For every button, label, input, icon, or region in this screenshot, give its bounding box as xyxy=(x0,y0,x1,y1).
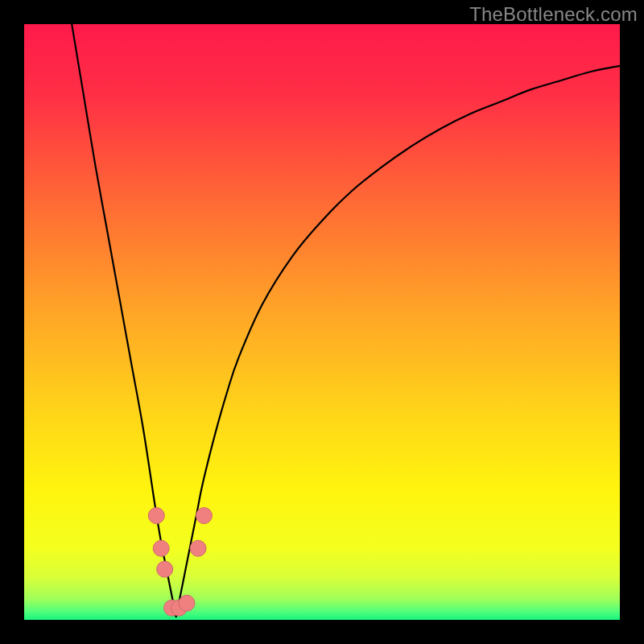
marker-left-lower xyxy=(157,561,173,577)
marker-right-upper xyxy=(196,508,212,524)
watermark-text: TheBottleneck.com xyxy=(469,3,638,26)
bottleneck-chart xyxy=(24,24,620,620)
marker-left-upper xyxy=(148,508,164,524)
gradient-background xyxy=(24,24,620,620)
plot-area xyxy=(24,24,620,620)
marker-right-lower xyxy=(190,540,206,556)
outer-frame: TheBottleneck.com xyxy=(0,0,644,644)
marker-valley-3 xyxy=(179,595,195,611)
marker-left-mid xyxy=(153,540,169,556)
